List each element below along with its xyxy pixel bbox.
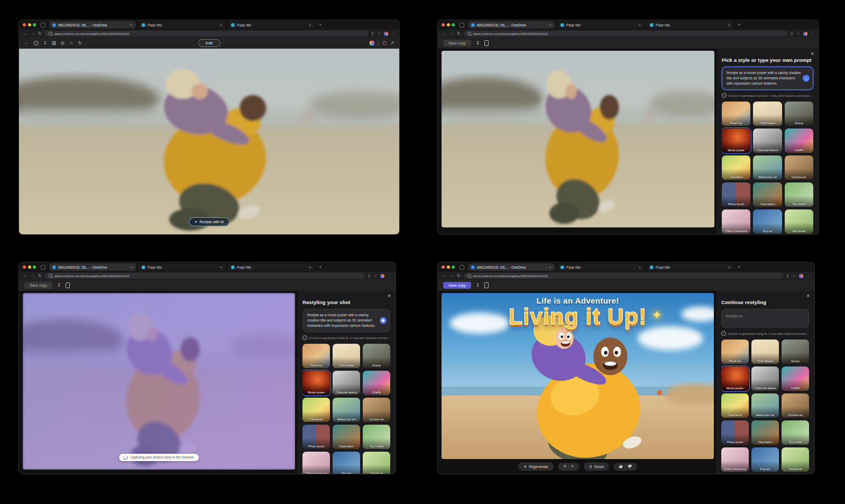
save-copy-button[interactable]: Save copy	[443, 40, 471, 47]
download-icon[interactable]: ↧	[476, 283, 480, 288]
tab-onedrive[interactable]: IMG19420131 15L... - OneDrive ×	[49, 21, 136, 29]
tab-page-title-2[interactable]: Page title ×	[647, 263, 733, 271]
new-tab-button[interactable]: +	[317, 264, 323, 270]
more-menu-icon[interactable]: ⋮	[811, 32, 814, 36]
style-option[interactable]: Movie poster	[722, 129, 750, 153]
style-option[interactable]: Anime	[782, 340, 809, 364]
tab-page-title-1[interactable]: Page title ×	[139, 21, 225, 29]
style-option[interactable]: Photo booth	[722, 182, 750, 207]
minimize-window-button[interactable]	[28, 265, 31, 269]
style-option[interactable]: Watercolor art	[753, 155, 782, 180]
zoom-window-button[interactable]	[452, 265, 455, 269]
forward-icon[interactable]: →	[449, 32, 454, 36]
redo-button[interactable]: ↻	[571, 464, 574, 469]
style-option[interactable]: Anime	[785, 102, 813, 126]
downloads-icon[interactable]: ↧	[371, 32, 374, 36]
close-icon[interactable]: ×	[220, 23, 222, 28]
tab-overview-icon[interactable]	[460, 23, 464, 28]
favorite-icon[interactable]: ☆	[797, 32, 800, 36]
close-panel-button[interactable]: ×	[806, 293, 810, 299]
downloads-icon[interactable]: ↧	[786, 274, 789, 278]
style-option[interactable]: Watercolor art	[333, 398, 360, 422]
close-icon[interactable]: ×	[309, 23, 311, 28]
close-window-button[interactable]	[442, 23, 445, 26]
expand-icon[interactable]: ↗	[390, 41, 394, 45]
close-icon[interactable]: ×	[728, 265, 730, 270]
focus-icon[interactable]: ◎	[61, 41, 65, 45]
download-icon[interactable]: ↧	[476, 41, 480, 45]
reset-button[interactable]: ↺ Reset	[584, 462, 610, 471]
style-option[interactable]: Charcoal sketch	[751, 366, 779, 391]
profile-avatar[interactable]	[803, 32, 807, 36]
designer-icon[interactable]	[370, 41, 374, 45]
style-option[interactable]: Plush toy	[721, 340, 749, 364]
style-option[interactable]: Claymation	[753, 182, 782, 207]
back-icon[interactable]: ←	[23, 274, 27, 278]
new-tab-button[interactable]: +	[317, 22, 323, 28]
more-menu-icon[interactable]: ⋮	[391, 32, 395, 36]
tab-page-title-2[interactable]: Page title ×	[228, 21, 315, 29]
minimize-window-button[interactable]	[447, 23, 450, 26]
style-option[interactable]: Toy model	[782, 420, 809, 445]
style-option[interactable]: Chibi sticker	[753, 102, 782, 126]
reload-icon[interactable]: ↻	[457, 274, 461, 278]
style-option[interactable]: Photo booth	[302, 425, 330, 449]
download-icon[interactable]: ↧	[57, 283, 61, 288]
prompt-input[interactable]: Restyle as a movie poster with a catchy …	[302, 309, 390, 332]
address-bar[interactable]: www.onedrive.com/photos/gallery/IMG19420…	[45, 31, 368, 36]
close-window-button[interactable]	[442, 265, 445, 269]
style-option[interactable]: Caricature	[721, 393, 749, 418]
tab-onedrive[interactable]: IMG19420131 15L... - OneDrive ×	[49, 263, 136, 271]
tab-overview-icon[interactable]	[41, 265, 45, 270]
info-icon[interactable]: i	[34, 41, 39, 45]
close-window-button[interactable]	[23, 23, 26, 26]
rotate-icon[interactable]: ↻	[78, 41, 82, 45]
close-icon[interactable]: ×	[639, 23, 641, 28]
style-option[interactable]: Charcoal sketch	[753, 129, 782, 153]
tab-page-title-2[interactable]: Page title ×	[228, 263, 315, 271]
style-option[interactable]: Chibi sticker	[333, 344, 360, 368]
style-option[interactable]: Storybook	[363, 452, 390, 474]
style-option[interactable]: Crochet art	[782, 393, 809, 418]
style-option[interactable]: Graffiti	[363, 371, 390, 395]
style-option[interactable]: Movie poster	[721, 366, 749, 391]
close-panel-button[interactable]: ×	[811, 51, 814, 57]
favorite-icon[interactable]: ☆	[69, 41, 74, 45]
style-option[interactable]: Storybook	[785, 209, 813, 234]
restyle-with-ai-button[interactable]: ✦ Restyle with AI	[189, 217, 230, 226]
style-option[interactable]: Graffiti	[782, 366, 809, 391]
style-option[interactable]: Pop art	[333, 452, 360, 474]
prompt-input[interactable]: Restyle as...	[721, 309, 809, 328]
style-option[interactable]: Plush toy	[722, 102, 750, 126]
address-bar[interactable]: www.onedrive.com/photos/gallery/IMG19420…	[464, 31, 787, 36]
tab-onedrive[interactable]: IMG19420131 15L... - OneDrive ×	[468, 263, 555, 271]
tab-overview-icon[interactable]	[460, 265, 464, 270]
mobile-icon[interactable]	[66, 282, 70, 288]
stop-button[interactable]	[380, 317, 387, 324]
tab-overview-icon[interactable]	[41, 23, 45, 28]
style-option[interactable]: Watercolor art	[751, 393, 779, 418]
style-option[interactable]: Crochet art	[363, 398, 390, 422]
style-option[interactable]: Toy model	[785, 182, 813, 207]
tab-page-title-1[interactable]: Page title ×	[557, 263, 644, 271]
address-bar[interactable]: www.onedrive.com/photos/gallery/IMG19420…	[45, 273, 364, 279]
style-option[interactable]: Charcoal sketch	[333, 371, 360, 395]
minimize-window-button[interactable]	[28, 23, 31, 26]
send-button[interactable]: →	[803, 75, 810, 82]
thumbs-down-button[interactable]	[628, 464, 632, 469]
style-option[interactable]: Graffiti	[785, 129, 813, 153]
close-window-button[interactable]	[23, 265, 26, 269]
style-option[interactable]: Photo booth	[721, 420, 749, 445]
style-option[interactable]: Anime	[363, 344, 390, 368]
profile-avatar[interactable]	[384, 32, 388, 36]
more-menu-icon[interactable]: ⋮	[806, 274, 810, 278]
reload-icon[interactable]: ↻	[38, 274, 42, 278]
close-icon[interactable]: ×	[549, 265, 552, 270]
forward-icon[interactable]: →	[31, 274, 35, 278]
close-icon[interactable]: ×	[131, 265, 133, 270]
style-option[interactable]: Toy model	[363, 425, 390, 449]
fullscreen-icon[interactable]: ▢	[382, 41, 387, 45]
close-icon[interactable]: ×	[639, 265, 641, 270]
style-option[interactable]: Caricature	[722, 155, 750, 180]
close-icon[interactable]: ×	[309, 265, 311, 270]
